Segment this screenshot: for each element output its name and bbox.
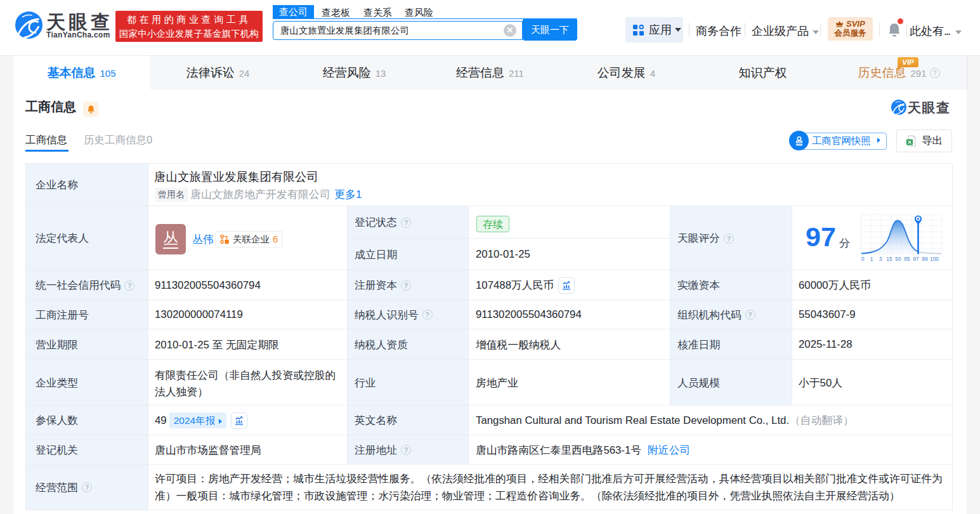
svg-text:3: 3	[879, 256, 882, 262]
svg-text:0: 0	[861, 256, 865, 262]
svg-text:97: 97	[913, 256, 919, 262]
svg-text:99: 99	[922, 256, 928, 262]
svg-text:1: 1	[870, 256, 873, 262]
svg-text:85: 85	[904, 256, 910, 262]
svg-text:50: 50	[895, 256, 901, 262]
svg-text:15: 15	[886, 256, 892, 262]
svg-text:100: 100	[930, 256, 939, 262]
